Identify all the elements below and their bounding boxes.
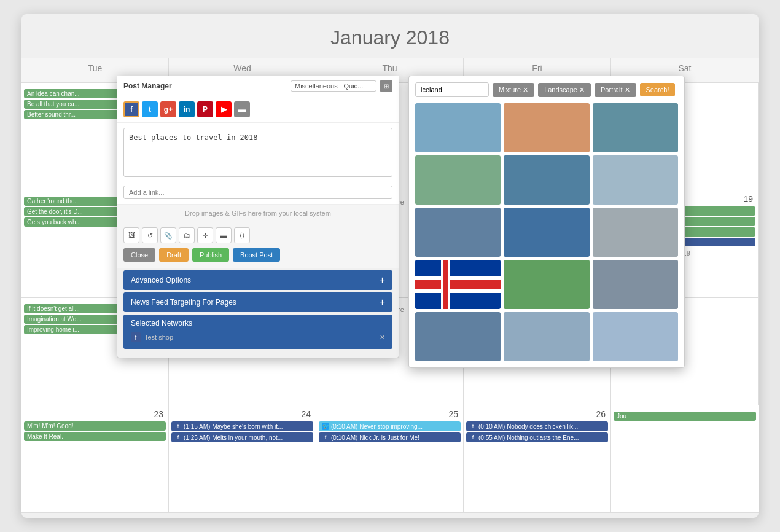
social-btn-google[interactable]: g+: [160, 101, 176, 117]
ip-btn-mixture[interactable]: Mixture ✕: [493, 83, 534, 97]
ip-img-glacier[interactable]: [593, 155, 678, 205]
tool-btn-1[interactable]: 🖼: [123, 227, 139, 243]
ip-img-sky[interactable]: [504, 312, 589, 361]
pm-networks-label: Selected Networks: [131, 319, 385, 327]
network-fb-icon: f: [131, 332, 141, 342]
pm-network-item: f Test shop ✕: [131, 330, 385, 345]
social-btn-facebook[interactable]: f: [123, 101, 139, 117]
pm-link-row: [117, 184, 399, 204]
ip-img-waterfall[interactable]: [415, 103, 501, 152]
tool-btn-4[interactable]: 🗂: [179, 227, 195, 243]
day-number: [614, 408, 756, 410]
day-number: 24: [171, 408, 313, 420]
ip-search-input[interactable]: [415, 82, 489, 97]
pm-social-icons: f t g+ in P ▶ ▬: [117, 96, 399, 123]
pm-section-newsfeed[interactable]: News Feed Targeting For Pages +: [123, 292, 392, 312]
tool-btn-7[interactable]: ⟨⟩: [234, 227, 250, 243]
event-bar[interactable]: M'm! M'm! Good!: [24, 421, 166, 431]
network-close-icon[interactable]: ✕: [380, 334, 385, 342]
event-bar[interactable]: f(0:55 AM) Nothing outlasts the Ene...: [466, 432, 608, 442]
pm-plus-icon2: +: [380, 297, 385, 308]
day-cell-25: 25 🐦(0:10 AM) Never stop improving... f(…: [316, 405, 464, 513]
pm-drop-text: Drop images & GIFs here from your local …: [185, 209, 331, 217]
image-picker: Mixture ✕ Landscape ✕ Portrait ✕ Search!: [408, 76, 685, 368]
event-bar[interactable]: f(1:15 AM) Maybe she's born with it...: [171, 421, 313, 431]
btn-boost[interactable]: Boost Post: [233, 248, 280, 262]
ip-img-lake2[interactable]: [504, 208, 589, 257]
btn-close[interactable]: Close: [123, 248, 155, 262]
calendar-title: January 2018: [21, 14, 759, 58]
event-bar-jou[interactable]: Jou: [614, 412, 756, 421]
pm-section-newsfeed-label: News Feed Targeting For Pages: [131, 298, 236, 307]
pm-dropdown[interactable]: Miscellaneous - Quic...: [291, 80, 376, 92]
pm-link-input[interactable]: [123, 186, 392, 199]
ip-img-sunset[interactable]: [504, 103, 589, 152]
pm-textarea[interactable]: Best places to travel in 2018: [123, 128, 392, 177]
tool-btn-3[interactable]: 📎: [160, 227, 176, 243]
ip-img-road[interactable]: [504, 155, 589, 205]
ip-img-mountain[interactable]: [415, 155, 501, 205]
day-number: 23: [24, 408, 166, 420]
pm-title: Post Manager: [123, 82, 172, 90]
event-bar[interactable]: f(0:10 AM) Nobody does chicken lik...: [466, 421, 608, 431]
tool-btn-2[interactable]: ↺: [142, 227, 158, 243]
pm-plus-icon: +: [380, 275, 385, 286]
social-btn-youtube[interactable]: ▶: [216, 101, 232, 117]
post-manager: Post Manager Miscellaneous - Quic... ⊞ f…: [117, 76, 399, 358]
social-btn-pinterest[interactable]: P: [197, 101, 213, 117]
event-bar[interactable]: Make It Real.: [24, 432, 166, 441]
ip-img-cloudy[interactable]: [593, 312, 678, 361]
tool-btn-6[interactable]: ▬: [216, 227, 232, 243]
day-cell-24: 24 f(1:15 AM) Maybe she's born with it..…: [169, 405, 316, 513]
calendar-wrapper: January 2018 Tue Wed Thu Fri Sat An idea…: [21, 14, 759, 518]
pm-toolbar: 🖼 ↺ 📎 🗂 ✛ ▬ ⟨⟩: [117, 222, 399, 248]
tool-btn-5[interactable]: ✛: [197, 227, 213, 243]
pm-section-advanced[interactable]: Advanced Options +: [123, 270, 392, 290]
event-bar[interactable]: f(1:25 AM) Melts in your mouth, not...: [171, 432, 313, 442]
pm-textarea-wrap: Best places to travel in 2018: [117, 123, 399, 184]
day-number: 25: [319, 408, 461, 420]
ip-btn-search[interactable]: Search!: [640, 83, 676, 96]
day-number: 26: [466, 408, 608, 420]
ip-img-snow[interactable]: [593, 208, 678, 257]
pm-grid-icon[interactable]: ⊞: [380, 80, 392, 92]
ip-img-mountains2[interactable]: [415, 312, 501, 361]
pm-drop-area: Drop images & GIFs here from your local …: [117, 204, 399, 222]
pm-header-right: Miscellaneous - Quic... ⊞: [291, 80, 392, 92]
ip-btn-portrait[interactable]: Portrait ✕: [595, 83, 636, 97]
btn-publish[interactable]: Publish: [192, 248, 229, 262]
pm-networks: Selected Networks f Test shop ✕: [123, 315, 392, 349]
ip-img-field[interactable]: [504, 260, 589, 309]
day-cell-26: 26 f(0:10 AM) Nobody does chicken lik...…: [464, 405, 611, 513]
ip-img-lake[interactable]: [415, 208, 501, 257]
day-cell-23: 23 M'm! M'm! Good! Make It Real.: [21, 405, 169, 513]
ip-img-dark-fjord[interactable]: [593, 260, 678, 309]
day-cell-jou: Jou: [611, 405, 759, 513]
social-btn-twitter[interactable]: t: [142, 101, 158, 117]
pm-network-name: Test shop: [144, 334, 173, 341]
ip-search-row: Mixture ✕ Landscape ✕ Portrait ✕ Search!: [415, 82, 678, 97]
btn-draft[interactable]: Draft: [159, 248, 189, 262]
ip-btn-landscape[interactable]: Landscape ✕: [538, 83, 591, 97]
pm-section-advanced-label: Advanced Options: [131, 276, 191, 284]
ip-img-flag[interactable]: [415, 260, 501, 309]
ip-img-lagoon[interactable]: [593, 103, 678, 152]
pm-header: Post Manager Miscellaneous - Quic... ⊞: [117, 76, 399, 96]
ip-grid: [415, 103, 678, 361]
event-bar[interactable]: 🐦(0:10 AM) Never stop improving...: [319, 421, 461, 431]
event-bar[interactable]: f(0:10 AM) Nick Jr. is Just for Me!: [319, 432, 461, 442]
social-btn-misc[interactable]: ▬: [234, 101, 250, 117]
pm-action-btns: Close Draft Publish Boost Post: [117, 248, 399, 268]
social-btn-linkedin[interactable]: in: [179, 101, 195, 117]
